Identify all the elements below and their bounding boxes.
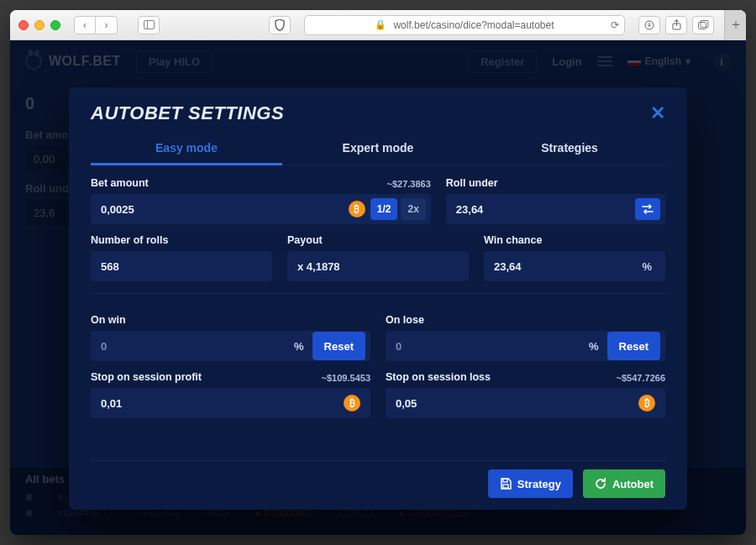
stop-profit-usd: ~$109.5453: [322, 373, 370, 383]
win-chance-input[interactable]: 23,64 %: [484, 251, 665, 281]
back-button[interactable]: ‹: [74, 16, 96, 34]
bitcoin-icon: ₿: [638, 395, 655, 411]
stop-loss-value: 0,05: [396, 397, 638, 410]
on-lose-input[interactable]: 0 % Reset: [386, 331, 665, 361]
divider: [91, 293, 665, 294]
autobet-button-label: Autobet: [612, 478, 654, 490]
bitcoin-icon: ₿: [349, 201, 365, 217]
address-bar[interactable]: 🔒 wolf.bet/casino/dice?modal=autobet ⟳: [304, 15, 625, 35]
reload-icon[interactable]: ⟳: [611, 19, 619, 31]
new-tab-button[interactable]: ＋: [724, 10, 746, 40]
minimize-window-button[interactable]: [34, 20, 45, 30]
bet-amount-value: 0,0025: [101, 203, 349, 216]
on-lose-reset-button[interactable]: Reset: [607, 332, 660, 360]
window-controls: [18, 20, 60, 30]
on-win-group: On win 0 % Reset: [91, 314, 370, 361]
sidebar-toggle-button[interactable]: [138, 16, 160, 34]
maximize-window-button[interactable]: [50, 20, 60, 30]
on-win-reset-button[interactable]: Reset: [312, 332, 365, 360]
modal-tabs: Easy mode Expert mode Strategies: [91, 133, 665, 165]
browser-window: ‹ › 🔒 wolf.bet/casino/dice?modal=autobet…: [10, 10, 746, 535]
stop-profit-group: Stop on session profit ~$109.5453 0,01 ₿: [91, 371, 370, 418]
payout-group: Payout x 4,1878: [287, 234, 469, 281]
on-lose-percent: %: [589, 340, 599, 353]
stop-loss-usd: ~$547.7266: [617, 373, 665, 383]
page-viewport: WOLF.BET Play HILO Register Login Englis…: [10, 40, 746, 535]
shield-icon[interactable]: [269, 16, 291, 34]
bet-amount-label: Bet amount: [91, 177, 149, 189]
num-rolls-input[interactable]: 568: [91, 251, 272, 281]
roll-under-input[interactable]: 23,64: [446, 194, 665, 224]
forward-button[interactable]: ›: [96, 16, 118, 34]
half-button[interactable]: 1/2: [370, 198, 398, 220]
lock-icon: 🔒: [375, 19, 386, 30]
on-win-label: On win: [91, 314, 126, 326]
tab-easy-mode[interactable]: Easy mode: [91, 133, 282, 165]
strategy-button[interactable]: Strategy: [488, 469, 573, 498]
payout-value: x 4,1878: [297, 260, 464, 273]
on-lose-label: On lose: [386, 314, 424, 326]
downloads-button[interactable]: [638, 16, 660, 34]
win-chance-value: 23,64: [494, 260, 642, 273]
svg-rect-0: [144, 21, 154, 29]
close-icon[interactable]: ✕: [650, 102, 665, 124]
stop-loss-input[interactable]: 0,05 ₿: [386, 388, 665, 418]
refresh-icon: [595, 478, 606, 490]
save-icon: [500, 478, 512, 490]
modal-title: AUTOBET SETTINGS: [91, 102, 284, 124]
double-button[interactable]: 2x: [401, 198, 425, 220]
win-chance-label: Win chance: [484, 234, 542, 246]
svg-rect-5: [701, 21, 708, 28]
payout-input[interactable]: x 4,1878: [287, 251, 469, 281]
roll-under-label: Roll under: [446, 177, 498, 189]
svg-rect-7: [503, 485, 508, 488]
bitcoin-icon: ₿: [344, 395, 360, 411]
svg-rect-4: [698, 23, 706, 29]
bet-amount-usd: ~$27.3863: [387, 179, 431, 189]
on-win-value: 0: [101, 340, 294, 353]
roll-under-value: 23,64: [456, 203, 635, 216]
win-chance-group: Win chance 23,64 %: [484, 234, 665, 281]
num-rolls-group: Number of rolls 568: [91, 234, 272, 281]
roll-under-group: Roll under 23,64: [446, 177, 665, 224]
payout-label: Payout: [287, 234, 323, 246]
nav-buttons: ‹ ›: [74, 16, 118, 34]
stop-profit-input[interactable]: 0,01 ₿: [91, 388, 370, 418]
tab-expert-mode[interactable]: Expert mode: [282, 133, 474, 165]
on-win-input[interactable]: 0 % Reset: [91, 331, 370, 361]
percent-suffix: %: [642, 260, 652, 273]
tabs-button[interactable]: [692, 16, 714, 34]
swap-button[interactable]: [635, 198, 660, 220]
browser-titlebar: ‹ › 🔒 wolf.bet/casino/dice?modal=autobet…: [10, 10, 746, 40]
num-rolls-value: 568: [101, 260, 267, 273]
share-button[interactable]: [665, 16, 687, 34]
stop-loss-label: Stop on session loss: [386, 371, 491, 383]
strategy-button-label: Strategy: [517, 478, 561, 490]
bet-amount-group: Bet amount ~$27.3863 0,0025 ₿ 1/2 2x: [91, 177, 431, 224]
on-win-percent: %: [294, 340, 304, 353]
stop-loss-group: Stop on session loss ~$547.7266 0,05 ₿: [386, 371, 665, 418]
bet-amount-input[interactable]: 0,0025 ₿ 1/2 2x: [91, 194, 431, 224]
autobet-modal: AUTOBET SETTINGS ✕ Easy mode Expert mode…: [69, 87, 687, 510]
on-lose-value: 0: [396, 340, 589, 353]
titlebar-right: [638, 16, 714, 34]
num-rolls-label: Number of rolls: [91, 234, 168, 246]
stop-profit-label: Stop on session profit: [91, 371, 202, 383]
url-text: wolf.bet/casino/dice?modal=autobet: [393, 19, 554, 31]
modal-actions: Strategy Autobet: [91, 460, 665, 498]
stop-profit-value: 0,01: [101, 397, 344, 410]
on-lose-group: On lose 0 % Reset: [386, 314, 665, 361]
tab-strategies[interactable]: Strategies: [474, 133, 665, 165]
close-window-button[interactable]: [18, 20, 29, 30]
svg-rect-6: [503, 479, 507, 482]
autobet-button[interactable]: Autobet: [583, 469, 665, 498]
